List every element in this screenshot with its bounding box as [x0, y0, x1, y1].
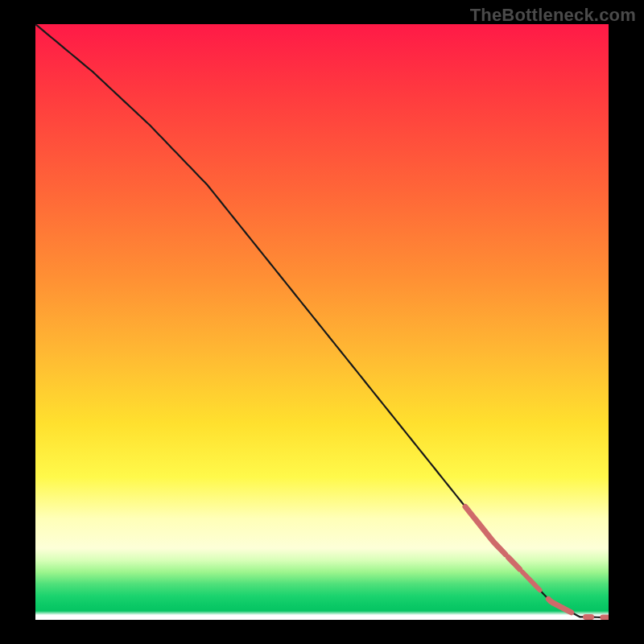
curve-marker — [508, 557, 519, 569]
curve-marker — [548, 599, 571, 613]
curve-marker — [522, 572, 539, 590]
marker-group — [465, 506, 609, 617]
curve-marker — [465, 506, 506, 554]
plot-area — [35, 24, 609, 620]
chart-container: TheBottleneck.com — [0, 0, 644, 644]
chart-svg — [35, 24, 609, 620]
curve-line — [35, 24, 609, 617]
watermark-text: TheBottleneck.com — [470, 5, 636, 26]
